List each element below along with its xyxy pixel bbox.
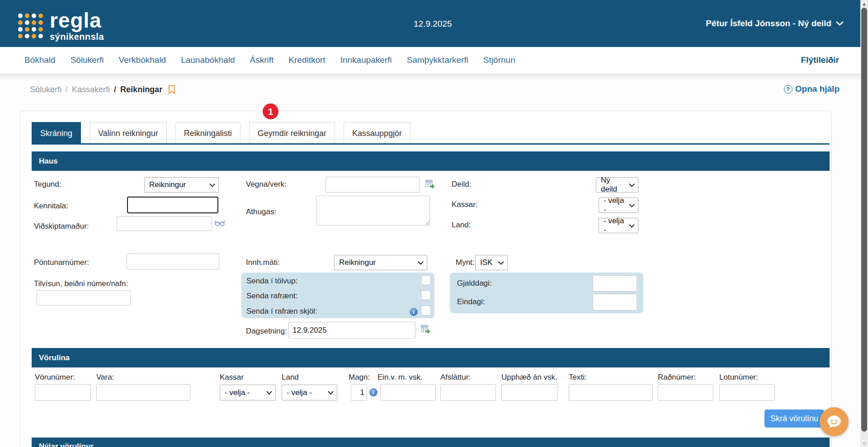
tegund-select[interactable]: Reikningur — [144, 177, 219, 193]
vorulina-land-label: Land — [282, 373, 299, 382]
tab-kassauppgjor[interactable]: Kassauppgjör — [344, 122, 410, 144]
open-help-link[interactable]: ? Opna hjálp — [784, 84, 840, 94]
tab-skraning[interactable]: Skráning — [32, 122, 81, 144]
app-header: regla sýnikennsla 12.9.2025 Pétur Ísfeld… — [0, 0, 868, 47]
vara-input[interactable] — [96, 384, 190, 401]
lotunumer-input[interactable] — [719, 384, 775, 401]
nav-item-solukerfi[interactable]: Sölukerfi — [71, 55, 104, 65]
dagsetning-input[interactable] — [288, 322, 415, 339]
vorulina-kassar-select[interactable]: - velja - — [220, 385, 276, 400]
pontunarnumer-label: Pöntunarnúmer: — [34, 258, 89, 267]
vegna-verk-input[interactable] — [326, 177, 420, 193]
vorulina-land-select[interactable]: - velja - — [282, 385, 337, 400]
radnumer-input[interactable] — [658, 384, 713, 401]
gjalddagi-input[interactable] — [593, 275, 637, 292]
nyjar-vorulinur-section-header: Nýjar vörulínur — [32, 438, 830, 447]
senda-tolvup-checkbox[interactable] — [421, 275, 431, 285]
scrollbar-thumb[interactable] — [861, 8, 867, 432]
vidskiptamadur-label: Viðskiptamaður: — [34, 222, 89, 231]
senda-rafraent-label: Senda rafrænt: — [246, 292, 297, 301]
magn-input[interactable] — [351, 384, 367, 401]
mynt-label: Mynt: — [456, 258, 475, 267]
vertical-scrollbar[interactable]: ▲ ▼ — [860, 0, 868, 447]
kennitala-input[interactable] — [127, 197, 218, 213]
magn-info-icon[interactable]: i — [369, 388, 377, 396]
senda-panel: Senda í tölvup: Senda rafrænt: Senda í r… — [241, 273, 434, 318]
tab-reikningalisti[interactable]: Reikningalisti — [175, 122, 241, 144]
vorulina-section-header: Vörulína — [32, 348, 830, 367]
tab-bar: Skráning Valinn reikningur Reikningalist… — [32, 122, 410, 144]
nav-item-askrift[interactable]: Áskrift — [250, 55, 274, 65]
scrollbar-down-arrow[interactable]: ▼ — [860, 441, 868, 446]
chevron-down-icon — [629, 181, 635, 187]
mynt-select[interactable]: ISK — [475, 255, 508, 270]
haus-section-title: Haus — [39, 157, 58, 166]
tab-valinn-reikningur[interactable]: Valinn reikningur — [90, 122, 167, 144]
afslattur-input[interactable] — [440, 384, 496, 401]
logo-title: regla — [50, 10, 104, 31]
glasses-lookup-icon[interactable] — [215, 220, 225, 226]
nav-shortcuts-link[interactable]: Flýtileiðir — [801, 55, 839, 65]
info-icon[interactable]: i — [410, 308, 418, 316]
deild-select[interactable]: Ný deild — [596, 177, 638, 193]
athugas-label: Athugas: — [246, 207, 276, 216]
geymdir-count-badge: 1 — [263, 104, 278, 119]
vorulina-land-select-value: - velja - — [287, 388, 312, 397]
bookmark-icon[interactable] — [168, 85, 175, 94]
tab-underline — [32, 143, 830, 145]
vegna-verk-lookup-icon[interactable] — [425, 179, 435, 189]
logo-dot-grid-icon — [18, 14, 43, 39]
nav-item-kreditkort[interactable]: Kreditkort — [288, 55, 325, 65]
innhmati-label: Innh.máti: — [246, 258, 280, 267]
calendar-lookup-icon[interactable] — [421, 325, 430, 334]
eindagi-input[interactable] — [593, 294, 637, 311]
innhmati-select[interactable]: Reikningur — [334, 255, 427, 270]
app-logo[interactable]: regla sýnikennsla — [18, 10, 104, 41]
tilvisun-input[interactable] — [37, 290, 131, 306]
tab-geymdir-reikningar[interactable]: Geymdir reikningar — [249, 122, 335, 144]
skra-vorulinu-button[interactable]: Skrá vörulínu — [764, 409, 824, 428]
pontunarnumer-input[interactable] — [127, 254, 219, 270]
chat-smiley-icon — [826, 414, 842, 429]
nav-item-verkbokhald[interactable]: Verkbókhald — [119, 55, 166, 65]
texti-input[interactable] — [569, 384, 653, 401]
nav-item-samthykktarkerfi[interactable]: Samþykktarkerfi — [407, 55, 468, 65]
land-select[interactable]: - velja - — [599, 218, 638, 233]
page-root: regla sýnikennsla 12.9.2025 Pétur Ísfeld… — [0, 0, 868, 447]
breadcrumb-separator: / — [114, 85, 116, 94]
nav-item-launabokhald[interactable]: Launabókhald — [181, 55, 235, 65]
breadcrumb-separator: / — [66, 85, 68, 94]
vidskiptamadur-input[interactable] — [117, 216, 212, 231]
chat-support-button[interactable] — [820, 407, 849, 436]
kassar-select[interactable]: - velja - — [599, 198, 638, 213]
vorulina-section-title: Vörulína — [39, 353, 70, 362]
breadcrumb: Sölukerfi / Kassakerfi / Reikningar — [30, 85, 175, 94]
tegund-select-value: Reikningur — [149, 180, 186, 189]
upphaed-input[interactable] — [501, 384, 557, 401]
einv-input[interactable] — [380, 384, 436, 401]
nav-item-innkaupakerfi[interactable]: Innkaupakerfi — [340, 55, 392, 65]
haus-section-header: Haus — [32, 151, 830, 171]
einv-label: Ein.v. m. vsk. — [377, 373, 423, 382]
tilvisun-label: Tilvísun, beiðni númer/nafn: — [34, 279, 128, 288]
breadcrumb-kassakerfi[interactable]: Kassakerfi — [72, 85, 110, 94]
user-menu-label: Pétur Ísfeld Jónsson - Ný deild — [706, 19, 831, 28]
chevron-down-icon — [328, 389, 334, 395]
dagsetning-label: Dagsetning: — [246, 327, 287, 336]
mynt-select-value: ISK — [480, 258, 492, 267]
user-menu[interactable]: Pétur Ísfeld Jónsson - Ný deild — [706, 19, 844, 28]
eindagi-label: Eindagi: — [457, 297, 485, 306]
senda-rafraen-skjol-checkbox[interactable] — [421, 306, 431, 315]
nav-item-stjornun[interactable]: Stjórnun — [483, 55, 515, 65]
kennitala-label: Kennitala: — [34, 202, 68, 211]
senda-rafraent-checkbox[interactable] — [421, 290, 431, 300]
nav-item-bokhald[interactable]: Bókhald — [24, 55, 56, 65]
chevron-down-icon — [418, 259, 424, 265]
athugas-textarea[interactable] — [316, 196, 430, 226]
scrollbar-up-arrow[interactable]: ▲ — [860, 1, 868, 6]
kassar-select-value: - velja - — [604, 196, 626, 214]
dagar-panel: Gjalddagi: Eindagi: — [450, 273, 643, 313]
vorulina-kassar-label: Kassar — [220, 373, 244, 382]
breadcrumb-solukerfi[interactable]: Sölukerfi — [30, 85, 61, 94]
vorunumer-input[interactable] — [35, 384, 91, 401]
